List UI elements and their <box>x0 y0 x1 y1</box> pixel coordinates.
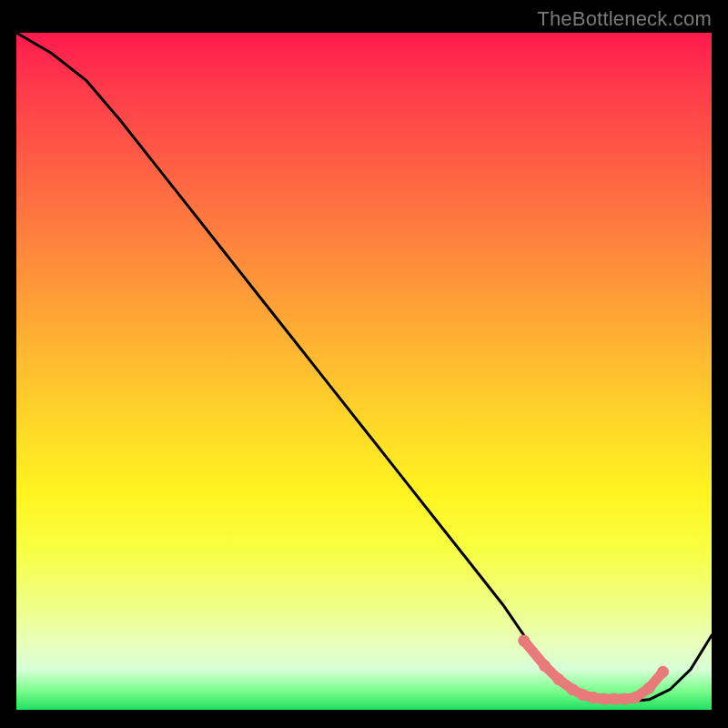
valley-marker-dot <box>518 635 530 647</box>
valley-marker-dot <box>643 682 655 694</box>
valley-marker-dot <box>539 660 551 672</box>
valley-marker-group <box>518 635 669 705</box>
valley-marker-dot <box>577 689 589 701</box>
chart-svg <box>16 33 712 710</box>
valley-marker-dot <box>598 693 610 705</box>
valley-marker-dot <box>552 673 564 685</box>
attribution-text: TheBottleneck.com <box>537 7 712 31</box>
valley-marker-dot <box>657 666 669 678</box>
plot-area <box>16 33 712 710</box>
chart-frame: TheBottleneck.com <box>0 0 728 728</box>
curve-line <box>16 33 712 702</box>
valley-marker-dot <box>609 693 621 705</box>
valley-marker-dot <box>630 692 642 703</box>
valley-marker-dot <box>588 692 600 703</box>
valley-marker-dot <box>567 683 579 695</box>
valley-marker-dot <box>619 693 631 705</box>
